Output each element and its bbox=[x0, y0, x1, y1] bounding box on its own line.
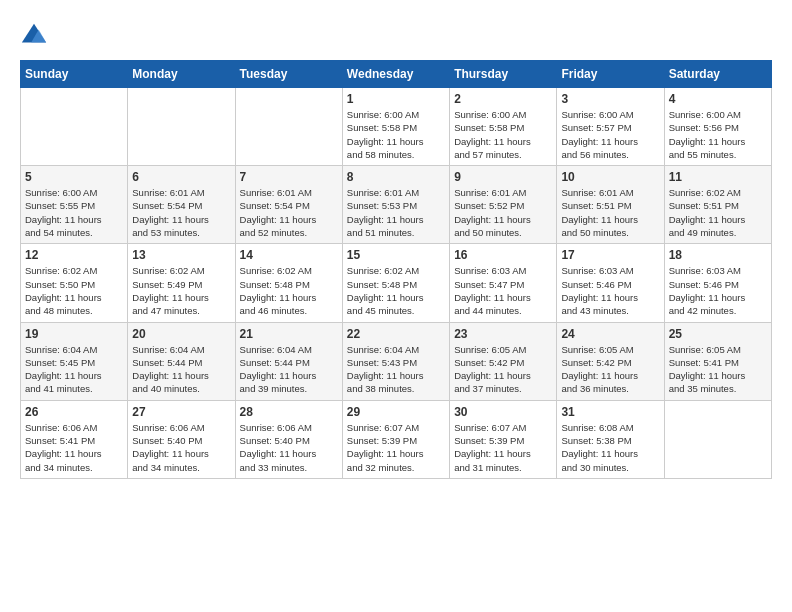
calendar-week-row: 19Sunrise: 6:04 AM Sunset: 5:45 PM Dayli… bbox=[21, 322, 772, 400]
day-number: 30 bbox=[454, 405, 552, 419]
day-info: Sunrise: 6:00 AM Sunset: 5:55 PM Dayligh… bbox=[25, 186, 123, 239]
day-info: Sunrise: 6:04 AM Sunset: 5:45 PM Dayligh… bbox=[25, 343, 123, 396]
day-number: 25 bbox=[669, 327, 767, 341]
calendar-cell: 14Sunrise: 6:02 AM Sunset: 5:48 PM Dayli… bbox=[235, 244, 342, 322]
day-number: 18 bbox=[669, 248, 767, 262]
day-number: 17 bbox=[561, 248, 659, 262]
day-number: 19 bbox=[25, 327, 123, 341]
calendar-cell: 20Sunrise: 6:04 AM Sunset: 5:44 PM Dayli… bbox=[128, 322, 235, 400]
calendar-header-row: SundayMondayTuesdayWednesdayThursdayFrid… bbox=[21, 61, 772, 88]
calendar-cell: 11Sunrise: 6:02 AM Sunset: 5:51 PM Dayli… bbox=[664, 166, 771, 244]
day-info: Sunrise: 6:04 AM Sunset: 5:44 PM Dayligh… bbox=[132, 343, 230, 396]
day-info: Sunrise: 6:00 AM Sunset: 5:58 PM Dayligh… bbox=[454, 108, 552, 161]
day-number: 22 bbox=[347, 327, 445, 341]
calendar-cell: 22Sunrise: 6:04 AM Sunset: 5:43 PM Dayli… bbox=[342, 322, 449, 400]
day-number: 27 bbox=[132, 405, 230, 419]
calendar-cell: 25Sunrise: 6:05 AM Sunset: 5:41 PM Dayli… bbox=[664, 322, 771, 400]
header bbox=[20, 20, 772, 50]
day-info: Sunrise: 6:08 AM Sunset: 5:38 PM Dayligh… bbox=[561, 421, 659, 474]
weekday-header: Tuesday bbox=[235, 61, 342, 88]
day-info: Sunrise: 6:03 AM Sunset: 5:47 PM Dayligh… bbox=[454, 264, 552, 317]
calendar-table: SundayMondayTuesdayWednesdayThursdayFrid… bbox=[20, 60, 772, 479]
day-info: Sunrise: 6:02 AM Sunset: 5:48 PM Dayligh… bbox=[240, 264, 338, 317]
calendar-cell: 10Sunrise: 6:01 AM Sunset: 5:51 PM Dayli… bbox=[557, 166, 664, 244]
calendar-cell: 8Sunrise: 6:01 AM Sunset: 5:53 PM Daylig… bbox=[342, 166, 449, 244]
day-number: 12 bbox=[25, 248, 123, 262]
day-number: 23 bbox=[454, 327, 552, 341]
day-info: Sunrise: 6:01 AM Sunset: 5:52 PM Dayligh… bbox=[454, 186, 552, 239]
day-info: Sunrise: 6:03 AM Sunset: 5:46 PM Dayligh… bbox=[561, 264, 659, 317]
day-number: 20 bbox=[132, 327, 230, 341]
day-info: Sunrise: 6:06 AM Sunset: 5:40 PM Dayligh… bbox=[132, 421, 230, 474]
calendar-cell: 15Sunrise: 6:02 AM Sunset: 5:48 PM Dayli… bbox=[342, 244, 449, 322]
calendar-week-row: 5Sunrise: 6:00 AM Sunset: 5:55 PM Daylig… bbox=[21, 166, 772, 244]
calendar-cell bbox=[21, 88, 128, 166]
day-number: 24 bbox=[561, 327, 659, 341]
day-number: 8 bbox=[347, 170, 445, 184]
calendar-cell: 28Sunrise: 6:06 AM Sunset: 5:40 PM Dayli… bbox=[235, 400, 342, 478]
weekday-header: Thursday bbox=[450, 61, 557, 88]
calendar-cell: 5Sunrise: 6:00 AM Sunset: 5:55 PM Daylig… bbox=[21, 166, 128, 244]
calendar-cell: 27Sunrise: 6:06 AM Sunset: 5:40 PM Dayli… bbox=[128, 400, 235, 478]
logo bbox=[20, 20, 52, 50]
day-number: 4 bbox=[669, 92, 767, 106]
calendar-week-row: 26Sunrise: 6:06 AM Sunset: 5:41 PM Dayli… bbox=[21, 400, 772, 478]
day-info: Sunrise: 6:02 AM Sunset: 5:50 PM Dayligh… bbox=[25, 264, 123, 317]
day-number: 14 bbox=[240, 248, 338, 262]
day-number: 28 bbox=[240, 405, 338, 419]
day-info: Sunrise: 6:05 AM Sunset: 5:42 PM Dayligh… bbox=[454, 343, 552, 396]
day-info: Sunrise: 6:02 AM Sunset: 5:51 PM Dayligh… bbox=[669, 186, 767, 239]
day-info: Sunrise: 6:01 AM Sunset: 5:54 PM Dayligh… bbox=[240, 186, 338, 239]
day-number: 3 bbox=[561, 92, 659, 106]
calendar-cell: 18Sunrise: 6:03 AM Sunset: 5:46 PM Dayli… bbox=[664, 244, 771, 322]
day-info: Sunrise: 6:07 AM Sunset: 5:39 PM Dayligh… bbox=[347, 421, 445, 474]
logo-icon bbox=[20, 22, 48, 50]
day-info: Sunrise: 6:03 AM Sunset: 5:46 PM Dayligh… bbox=[669, 264, 767, 317]
weekday-header: Wednesday bbox=[342, 61, 449, 88]
calendar-cell: 12Sunrise: 6:02 AM Sunset: 5:50 PM Dayli… bbox=[21, 244, 128, 322]
day-info: Sunrise: 6:00 AM Sunset: 5:58 PM Dayligh… bbox=[347, 108, 445, 161]
calendar-cell: 21Sunrise: 6:04 AM Sunset: 5:44 PM Dayli… bbox=[235, 322, 342, 400]
calendar-cell: 7Sunrise: 6:01 AM Sunset: 5:54 PM Daylig… bbox=[235, 166, 342, 244]
day-info: Sunrise: 6:00 AM Sunset: 5:57 PM Dayligh… bbox=[561, 108, 659, 161]
day-info: Sunrise: 6:02 AM Sunset: 5:48 PM Dayligh… bbox=[347, 264, 445, 317]
day-number: 10 bbox=[561, 170, 659, 184]
day-info: Sunrise: 6:04 AM Sunset: 5:44 PM Dayligh… bbox=[240, 343, 338, 396]
day-number: 7 bbox=[240, 170, 338, 184]
weekday-header: Friday bbox=[557, 61, 664, 88]
calendar-cell: 23Sunrise: 6:05 AM Sunset: 5:42 PM Dayli… bbox=[450, 322, 557, 400]
day-info: Sunrise: 6:06 AM Sunset: 5:41 PM Dayligh… bbox=[25, 421, 123, 474]
day-info: Sunrise: 6:07 AM Sunset: 5:39 PM Dayligh… bbox=[454, 421, 552, 474]
calendar-cell: 2Sunrise: 6:00 AM Sunset: 5:58 PM Daylig… bbox=[450, 88, 557, 166]
day-number: 6 bbox=[132, 170, 230, 184]
day-number: 16 bbox=[454, 248, 552, 262]
calendar-cell: 13Sunrise: 6:02 AM Sunset: 5:49 PM Dayli… bbox=[128, 244, 235, 322]
day-number: 21 bbox=[240, 327, 338, 341]
day-info: Sunrise: 6:06 AM Sunset: 5:40 PM Dayligh… bbox=[240, 421, 338, 474]
day-number: 31 bbox=[561, 405, 659, 419]
calendar-cell: 31Sunrise: 6:08 AM Sunset: 5:38 PM Dayli… bbox=[557, 400, 664, 478]
calendar-cell bbox=[128, 88, 235, 166]
day-number: 2 bbox=[454, 92, 552, 106]
calendar-cell: 19Sunrise: 6:04 AM Sunset: 5:45 PM Dayli… bbox=[21, 322, 128, 400]
calendar-cell: 30Sunrise: 6:07 AM Sunset: 5:39 PM Dayli… bbox=[450, 400, 557, 478]
day-number: 11 bbox=[669, 170, 767, 184]
day-number: 29 bbox=[347, 405, 445, 419]
calendar-cell bbox=[235, 88, 342, 166]
calendar-week-row: 12Sunrise: 6:02 AM Sunset: 5:50 PM Dayli… bbox=[21, 244, 772, 322]
calendar-week-row: 1Sunrise: 6:00 AM Sunset: 5:58 PM Daylig… bbox=[21, 88, 772, 166]
day-number: 5 bbox=[25, 170, 123, 184]
day-info: Sunrise: 6:04 AM Sunset: 5:43 PM Dayligh… bbox=[347, 343, 445, 396]
day-number: 26 bbox=[25, 405, 123, 419]
day-number: 9 bbox=[454, 170, 552, 184]
calendar-cell: 29Sunrise: 6:07 AM Sunset: 5:39 PM Dayli… bbox=[342, 400, 449, 478]
calendar-cell: 4Sunrise: 6:00 AM Sunset: 5:56 PM Daylig… bbox=[664, 88, 771, 166]
calendar-cell: 1Sunrise: 6:00 AM Sunset: 5:58 PM Daylig… bbox=[342, 88, 449, 166]
calendar-cell: 16Sunrise: 6:03 AM Sunset: 5:47 PM Dayli… bbox=[450, 244, 557, 322]
calendar-cell: 9Sunrise: 6:01 AM Sunset: 5:52 PM Daylig… bbox=[450, 166, 557, 244]
page: SundayMondayTuesdayWednesdayThursdayFrid… bbox=[0, 0, 792, 612]
day-info: Sunrise: 6:02 AM Sunset: 5:49 PM Dayligh… bbox=[132, 264, 230, 317]
day-number: 15 bbox=[347, 248, 445, 262]
day-info: Sunrise: 6:05 AM Sunset: 5:42 PM Dayligh… bbox=[561, 343, 659, 396]
day-info: Sunrise: 6:01 AM Sunset: 5:54 PM Dayligh… bbox=[132, 186, 230, 239]
